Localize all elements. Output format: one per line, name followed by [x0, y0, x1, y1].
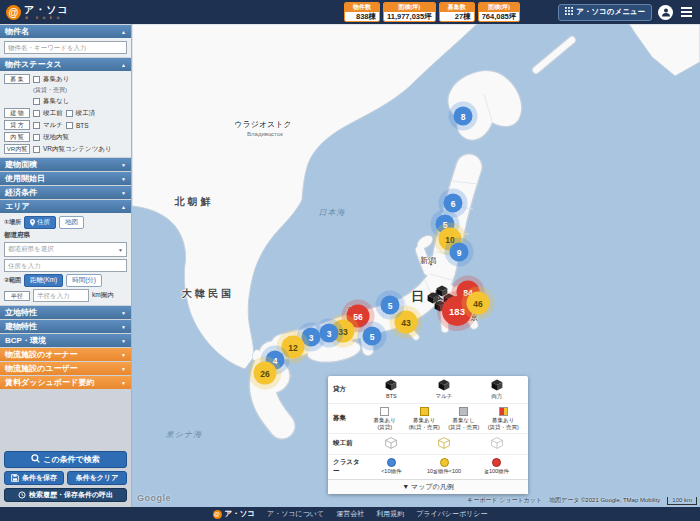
cube-icon — [438, 379, 450, 392]
map-cluster[interactable]: 9 — [450, 243, 469, 262]
section-header-owner[interactable]: 物流施設のオーナー▼ — [0, 348, 131, 361]
logo-at-icon: @ — [213, 510, 222, 519]
map-attribution: キーボード ショートカット 地図データ ©2021 Google, TMap M… — [467, 496, 697, 505]
grid-icon — [565, 7, 573, 17]
checkbox-onsite-tour[interactable] — [33, 134, 40, 141]
section-header-location-traits[interactable]: 立地特性▼ — [0, 306, 131, 319]
app-window: @ ア・ソコ ａ ｓｏｋｏ 物件数 838棟 面積(坪) 11,977,035坪… — [0, 0, 700, 521]
legend-item-recruit-sublease: 募集あり(転貸・売買) — [405, 407, 445, 431]
map-cluster[interactable]: 12 — [282, 336, 305, 359]
legend-item-out3line-cube — [418, 437, 471, 450]
collapse-arrow-icon: ▲ — [121, 204, 126, 210]
map-cluster[interactable]: 26 — [254, 362, 277, 385]
section-header-building-area[interactable]: 建物面積▼ — [0, 158, 131, 171]
search-button[interactable]: この条件で検索 — [4, 451, 127, 468]
app-title: ア・ソコ — [24, 5, 69, 15]
user-icon[interactable] — [658, 5, 673, 20]
section-header-property-name[interactable]: 物件名▲ — [0, 25, 131, 38]
checkbox-pre-completion[interactable] — [33, 110, 40, 117]
section-header-area[interactable]: エリア▲ — [0, 200, 131, 213]
square-gray-icon — [459, 407, 468, 416]
footer-link-privacy[interactable]: プライバシーポリシー — [416, 509, 487, 519]
tab-address[interactable]: 住所 — [24, 216, 56, 229]
map-cluster[interactable]: 8 — [454, 107, 473, 126]
status-label-recruit: 募 集 — [4, 74, 30, 84]
legend-item-both: 両方 — [470, 379, 523, 400]
search-history-button[interactable]: 検索履歴・保存条件の呼出 — [4, 488, 127, 502]
map-legend: 貸方 BTS マルチ 両方 募集 — [328, 376, 528, 494]
map-cluster[interactable]: 5 — [381, 296, 400, 315]
collapse-arrow-icon: ▼ — [121, 338, 126, 344]
tab-time[interactable]: 時間(分) — [66, 274, 102, 287]
square-red-yellow-icon — [499, 407, 508, 416]
radius-label: 半径 — [4, 291, 30, 301]
legend-item-multi: マルチ — [418, 379, 471, 400]
property-name-body — [0, 38, 131, 57]
tab-distance[interactable]: 距離(Km) — [24, 274, 63, 287]
map-cluster[interactable]: 46 — [467, 292, 490, 315]
legend-row-recruit: 募集 募集あり(賃貸) 募集あり(転貸・売買) 募集なし(賃貸・売買) — [328, 404, 528, 435]
radius-input[interactable] — [33, 289, 89, 302]
legend-item-outline-cube — [470, 437, 523, 450]
collapse-arrow-icon: ▼ — [121, 162, 126, 168]
area-step2-label: ②範囲 — [4, 276, 21, 285]
map[interactable]: 貸方 BTS マルチ 両方 募集 — [132, 24, 700, 507]
map-copyright: 地図データ ©2021 Google, TMap Mobility — [549, 496, 660, 505]
footer-link-company[interactable]: 運営会社 — [336, 509, 364, 519]
keyboard-shortcuts-link[interactable]: キーボード ショートカット — [467, 496, 542, 505]
legend-row-cluster: クラスター <10物件 10≦物件<100 ≧100物件 — [328, 455, 528, 480]
status-label-lease-type: 貸 方 — [4, 120, 30, 130]
prefecture-label: 都道府県 — [4, 231, 127, 240]
area-step1-label: ①場所 — [4, 218, 21, 227]
status-label-building: 建 物 — [4, 108, 30, 118]
legend-item-cluster-medium: 10≦物件<100 — [418, 458, 471, 474]
cube-icon — [491, 379, 503, 392]
section-header-status[interactable]: 物件ステータス▲ — [0, 58, 131, 71]
footer-link-about[interactable]: ア・ソコについて — [267, 509, 324, 519]
collapse-arrow-icon: ▼ — [121, 366, 126, 372]
sidebar-actions: この条件で検索 条件を保存 条件をクリア 検索履歴・保存条件の呼出 — [0, 447, 131, 502]
save-conditions-button[interactable]: 条件を保存 — [4, 471, 64, 485]
square-white-icon — [380, 407, 389, 416]
section-header-user[interactable]: 物流施設のユーザー▼ — [0, 362, 131, 375]
save-icon — [11, 474, 19, 483]
cube-outline-icon — [438, 437, 450, 450]
prefecture-select[interactable]: 都道府県を選択 ▼ — [4, 242, 127, 257]
pin-icon — [30, 219, 35, 227]
legend-item-outline-cube — [365, 437, 418, 450]
clear-conditions-button[interactable]: 条件をクリア — [67, 471, 127, 485]
stat-recruit-count: 募集数 27棟 — [439, 2, 475, 22]
asoko-menu-button[interactable]: ア・ソコのメニュー — [558, 4, 652, 21]
map-cluster[interactable]: 5 — [363, 327, 382, 346]
address-input[interactable] — [4, 259, 127, 272]
checkbox-recruit-no[interactable] — [33, 98, 40, 105]
section-header-start-date[interactable]: 使用開始日▼ — [0, 172, 131, 185]
checkbox-recruit-yes[interactable] — [33, 76, 40, 83]
app-logo[interactable]: @ ア・ソコ ａ ｓｏｋｏ — [6, 5, 69, 20]
checkbox-bts[interactable] — [66, 122, 73, 129]
chevron-down-icon: ▼ — [118, 247, 123, 253]
checkbox-vr-content[interactable] — [33, 146, 40, 153]
map-cluster[interactable]: 3 — [320, 324, 339, 343]
section-header-rent-dashboard[interactable]: 賃料ダッシュボード要約▼ — [0, 376, 131, 389]
legend-item-bts: BTS — [365, 379, 418, 400]
footer-link-terms[interactable]: 利用規約 — [376, 509, 404, 519]
section-header-building-traits[interactable]: 建物特性▼ — [0, 320, 131, 333]
tab-map[interactable]: 地図 — [59, 216, 84, 229]
property-name-input[interactable] — [4, 41, 127, 54]
map-cluster[interactable]: 3 — [302, 328, 321, 347]
hamburger-menu-icon[interactable] — [679, 5, 694, 19]
section-header-economic[interactable]: 経済条件▼ — [0, 186, 131, 199]
section-header-bcp[interactable]: BCP・環境▼ — [0, 334, 131, 347]
collapse-arrow-icon: ▼ — [121, 352, 126, 358]
map-cluster[interactable]: 43 — [395, 311, 418, 334]
legend-row-lease-type: 貸方 BTS マルチ 両方 — [328, 376, 528, 404]
header-stats: 物件数 838棟 面積(坪) 11,977,035坪 募集数 27棟 面積(坪)… — [344, 2, 520, 22]
legend-toggle[interactable]: ▼ マップの凡例 — [328, 480, 528, 494]
map-cluster[interactable]: 6 — [444, 194, 463, 213]
checkbox-multi[interactable] — [33, 122, 40, 129]
top-right-controls: ア・ソコのメニュー — [558, 4, 694, 21]
top-bar: @ ア・ソコ ａ ｓｏｋｏ 物件数 838棟 面積(坪) 11,977,035坪… — [0, 0, 700, 24]
checkbox-completed[interactable] — [66, 110, 73, 117]
footer-logo[interactable]: @ ア・ソコ — [213, 509, 256, 519]
